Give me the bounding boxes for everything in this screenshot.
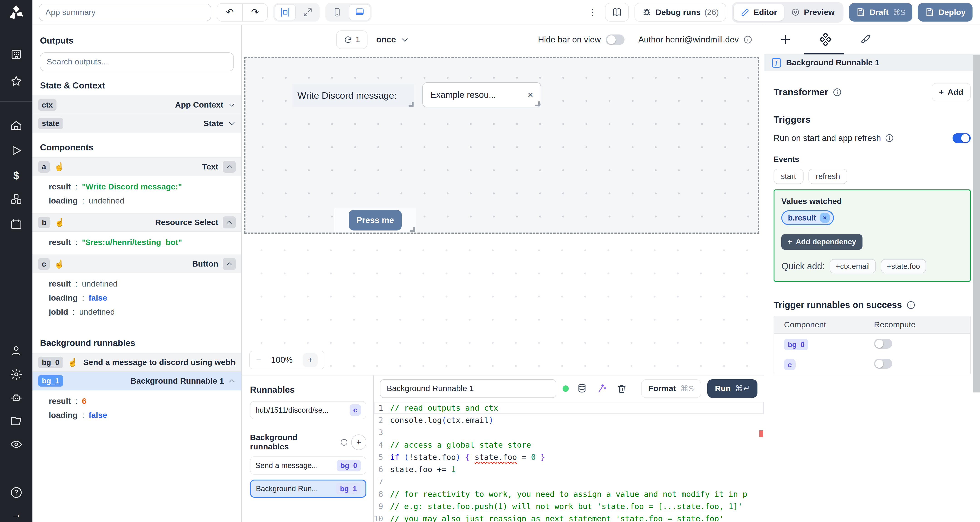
canvas-page[interactable]: Write Discord message: Example resou... … [244,57,759,234]
code-line[interactable]: 3 [374,426,764,439]
tab-settings-active[interactable] [818,32,833,47]
settings-gear-icon[interactable] [9,368,23,381]
resource-select-component[interactable]: Example resou... × [422,82,541,107]
output-row-state[interactable]: state State [32,115,241,133]
favorites-star-icon[interactable] [9,75,23,88]
zoom-in-button[interactable]: + [302,353,318,367]
format-button[interactable]: Format ⌘S [641,379,701,398]
more-menu-button[interactable]: ⋮ [585,7,599,18]
text-component[interactable]: Write Discord message: [293,84,414,108]
button-component[interactable]: Press me [334,208,415,232]
output-row-b[interactable]: b ☝ Resource Select [32,213,241,232]
code-line[interactable]: 2console.log(ctx.email) [374,414,764,426]
deploy-button[interactable]: Deploy [918,3,972,22]
tab-preview[interactable]: Preview [784,4,842,21]
resize-handle[interactable] [535,102,540,107]
recompute-toggle[interactable] [874,359,892,369]
app-canvas[interactable]: Write Discord message: Example resou... … [242,54,764,375]
add-background-runnable-button[interactable]: + [351,434,367,450]
event-start-pill[interactable]: start [773,169,803,184]
hide-bar-toggle[interactable] [606,35,625,45]
app-summary-input[interactable]: App summary [39,4,211,21]
value[interactable]: undefined [82,277,118,291]
code-line[interactable]: 8// for reactivity to work, you need to … [374,488,764,500]
tab-insert[interactable] [778,32,793,47]
draft-button[interactable]: Draft ⌘S [849,3,912,22]
recompute-toggle[interactable] [874,339,892,349]
output-row-ctx[interactable]: ctx App Context [32,95,241,115]
code-line[interactable]: 10// you may also just reassign as next … [374,512,764,522]
press-me-button[interactable]: Press me [349,210,402,231]
center-align-button[interactable] [275,4,296,21]
collapse-c-button[interactable] [223,258,236,270]
runnable-item-bg1-selected[interactable]: Background Run... bg_1 [250,479,366,498]
chevron-up-icon[interactable] [228,377,236,385]
event-refresh-pill[interactable]: refresh [808,169,848,184]
info-icon[interactable] [743,35,752,44]
value[interactable]: "$res:u/henri/testing_bot" [82,236,182,250]
variables-icon[interactable]: $ [9,169,23,183]
scrollbar-thumb[interactable] [973,55,980,393]
value[interactable]: false [89,291,107,305]
folders-icon[interactable] [9,414,23,428]
quick-add-ctx-email[interactable]: +ctx.email [830,259,876,273]
output-row-bg0[interactable]: bg_0 ☝ Send a message to discord using w… [32,353,241,372]
value[interactable]: undefined [89,194,124,208]
run-on-start-toggle[interactable] [953,133,971,143]
home-icon[interactable] [9,119,23,132]
resources-icon[interactable] [9,193,23,207]
desktop-view-button[interactable] [349,4,370,21]
code-line[interactable]: 7 [374,476,764,488]
code-line[interactable]: 4// access a global state store [374,439,764,451]
code-line[interactable]: 6state.foo += 1 [374,463,764,476]
chevron-down-icon[interactable] [228,119,236,127]
value[interactable]: false [89,408,107,422]
add-transformer-button[interactable]: + Add [932,83,971,101]
redo-button[interactable]: ↷ [242,4,267,21]
quick-add-state-foo[interactable]: +state.foo [881,259,926,273]
fullscreen-button[interactable] [297,4,318,21]
help-icon[interactable] [9,486,23,500]
runnable-name-input[interactable]: Background Runnable 1 [380,379,556,398]
value[interactable]: undefined [79,305,115,319]
ai-assistant-button[interactable] [595,382,609,396]
output-row-bg1[interactable]: bg_1 Background Runnable 1 [32,372,241,391]
info-icon[interactable] [832,88,842,97]
resize-handle[interactable] [409,102,414,107]
value[interactable]: 6 [82,394,86,408]
schedule-dropdown[interactable]: once [376,35,409,45]
pointer-hand-icon[interactable]: ☝ [54,162,64,172]
pointer-hand-icon[interactable]: ☝ [67,358,78,367]
workspace-icon[interactable] [9,48,23,61]
runs-icon[interactable] [9,144,23,158]
info-icon[interactable] [906,300,916,310]
component-badge[interactable]: c [784,359,795,371]
workers-robot-icon[interactable] [9,392,23,405]
tab-styling[interactable] [858,32,873,47]
cache-button[interactable] [575,382,589,396]
search-outputs-input[interactable]: Search outputs... [40,53,234,71]
collapse-arrow-icon[interactable]: → [9,508,23,521]
runnable-item-bg0[interactable]: Send a message... bg_0 [250,457,366,474]
docs-button[interactable] [605,3,629,22]
code-line[interactable]: 9// e.g: state.foo.push(1) will not work… [374,500,764,512]
clear-selection-icon[interactable]: × [528,90,533,100]
mobile-view-button[interactable] [326,4,348,21]
tab-editor[interactable]: Editor [733,4,784,21]
refresh-count-button[interactable]: 1 [336,30,368,49]
watched-value-chip[interactable]: b.result × [781,210,834,225]
pointer-hand-icon[interactable]: ☝ [55,218,65,227]
value[interactable]: "Write Discord message:" [82,180,182,194]
runnable-item-hub[interactable]: hub/1511/discord/se... c [250,401,366,419]
code-line[interactable]: 5if (!state.foo) { state.foo = 0 } [374,451,764,463]
info-icon[interactable] [885,134,894,143]
chevron-down-icon[interactable] [228,101,236,109]
zoom-out-button[interactable]: − [256,355,261,365]
code-line[interactable]: 1// read outputs and ctx [374,402,764,414]
audit-eye-icon[interactable] [9,438,23,452]
component-badge[interactable]: bg_0 [784,339,808,350]
add-dependency-button[interactable]: + Add dependency [781,234,862,250]
delete-button[interactable] [615,382,629,396]
schedules-icon[interactable] [9,218,23,231]
pointer-hand-icon[interactable]: ☝ [54,259,64,269]
